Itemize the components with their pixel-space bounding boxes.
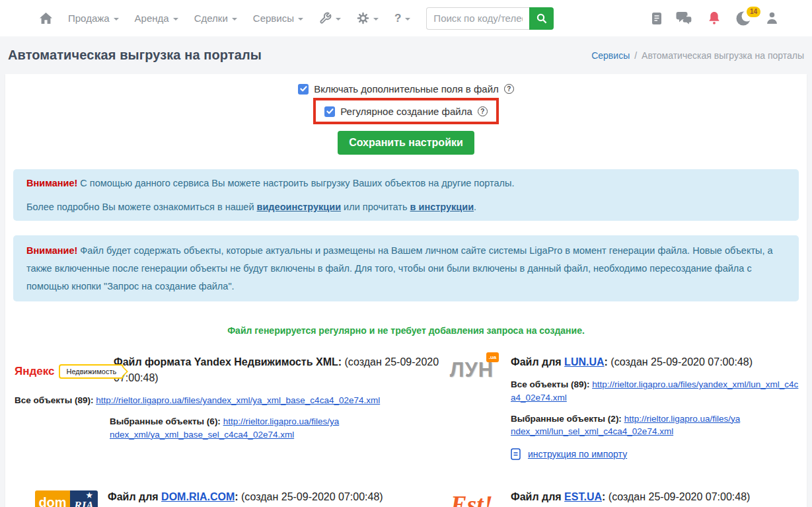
nav-item-label: Продажа — [68, 13, 110, 24]
chevron-down-icon — [232, 18, 237, 20]
portal-block-lun: ЛУН .ua Файл для LUN.UA: (создан 25-09-2… — [443, 354, 803, 459]
attention-label: Внимание! — [26, 178, 77, 188]
portals-grid: Яндекс Недвижимость Файл формата Yandex … — [9, 354, 803, 507]
nav-item-rent[interactable]: Аренда — [135, 13, 178, 24]
regular-creation-checkbox[interactable] — [324, 106, 335, 117]
nav-item-label: Аренда — [135, 13, 169, 24]
manual-instruction-link[interactable]: в инструкции — [410, 202, 474, 212]
search-input[interactable] — [426, 7, 529, 30]
selected-objects-label: Выбранные объекты (6): — [110, 416, 221, 426]
breadcrumb-separator: / — [634, 50, 637, 61]
portal-title-bold: Файл формата Yandex Недвижимость XML: — [114, 356, 342, 368]
warning-alert-text: Файл будет содержать объекты, которые ак… — [26, 245, 773, 292]
journal-button[interactable] — [651, 12, 662, 25]
yandex-logo-word: Яндекс — [15, 365, 54, 378]
profile-button[interactable] — [766, 12, 778, 24]
yandex-logo: Яндекс Недвижимость — [15, 357, 107, 386]
chevron-down-icon — [373, 18, 379, 20]
nav-item-settings[interactable] — [357, 12, 379, 24]
portal-block-est: Est! Файл для EST.UA: (создан 25-09-2020… — [443, 489, 803, 507]
regular-creation-row: Регулярное создание файла ? — [324, 106, 488, 117]
warning-alert: Внимание! Файл будет содержать объекты, … — [13, 235, 799, 301]
est-logo: Est! — [451, 490, 493, 507]
period: . — [474, 202, 476, 212]
portal-created: (создан 25-09-2020 07:00:48) — [241, 491, 383, 502]
nav-item-help[interactable]: ? — [394, 12, 410, 25]
help-icon: ? — [394, 12, 401, 25]
nav-right-icons: 14 — [651, 10, 778, 27]
notification-count-badge: 14 — [747, 7, 760, 17]
nav-item-services[interactable]: Сервисы — [253, 13, 303, 24]
ria-logo-square: RIA — [70, 490, 98, 507]
breadcrumb: Сервисы / Автоматическая выгрузка на пор… — [591, 50, 804, 61]
colon: : — [235, 491, 238, 502]
help-question-icon[interactable]: ? — [478, 106, 488, 116]
domria-logo: dom RIA — [35, 490, 98, 507]
gear-icon — [357, 12, 369, 24]
portal-title: Файл формата Yandex Недвижимость XML: (с… — [114, 354, 443, 386]
info-alert-text: С помощью данного сервиса Вы можете наст… — [80, 178, 514, 188]
breadcrumb-link-services[interactable]: Сервисы — [591, 50, 630, 61]
all-objects-label: Все объекты (89): — [511, 379, 589, 389]
chevron-down-icon — [336, 18, 341, 20]
attention-label: Внимание! — [26, 245, 77, 256]
nav-item-sale[interactable]: Продажа — [68, 13, 119, 24]
portal-title-bold: Файл для — [511, 356, 562, 368]
chevron-down-icon — [405, 18, 410, 20]
nav-item-label: Сделки — [194, 13, 228, 24]
person-icon — [766, 12, 778, 24]
portal-title-bold: Файл для — [511, 491, 562, 502]
all-objects-line: Все объекты (89): http://rieltor.ligapro… — [15, 394, 443, 407]
nav-menu: Продажа Аренда Сделки Сервисы — [40, 12, 410, 25]
highlight-red-frame: Регулярное создание файла ? — [313, 98, 499, 124]
colon: : — [605, 356, 608, 368]
journal-icon — [651, 12, 662, 25]
import-instruction-link[interactable]: инструкция по импорту — [528, 449, 627, 459]
all-objects-line: Все объекты (89): http://rieltor.ligapro… — [511, 378, 803, 404]
extra-fields-checkbox[interactable] — [298, 84, 309, 95]
search-button[interactable] — [529, 7, 554, 30]
info-alert: Внимание! С помощью данного сервиса Вы м… — [13, 169, 799, 221]
nav-item-deals[interactable]: Сделки — [194, 13, 237, 24]
content-card: Включать дополнительные поля в файл ? Ре… — [5, 74, 807, 507]
messages-button[interactable] — [676, 11, 693, 26]
info-alert-text2: Более подробно Вы можете ознакомиться в … — [26, 202, 254, 212]
all-objects-link[interactable]: http://rieltor.ligapro.ua/files/yandex_x… — [96, 395, 380, 405]
portal-title: Файл для LUN.UA: (создан 25-09-2020 07:0… — [511, 354, 803, 370]
portal-title-bold: Файл для — [108, 491, 159, 502]
chevron-down-icon — [173, 18, 178, 20]
portal-site-link[interactable]: EST.UA — [564, 491, 602, 502]
wrench-icon — [319, 12, 332, 24]
extra-fields-label: Включать дополнительные поля в файл — [314, 83, 499, 95]
help-question-icon[interactable]: ? — [504, 84, 514, 94]
nav-item-tools[interactable] — [319, 12, 341, 24]
portal-title: Файл для DOM.RIA.COM: (создан 25-09-2020… — [108, 489, 398, 505]
selected-objects-line: Выбранные объекты (2): http://rieltor.li… — [511, 412, 743, 438]
all-objects-label: Все объекты (89): — [15, 395, 93, 405]
search-bar — [426, 7, 554, 30]
regular-generation-status: Файл генерируется регулярно и не требует… — [9, 325, 803, 336]
tasks-button[interactable]: 14 — [735, 10, 753, 27]
portal-site-link[interactable]: DOM.RIA.COM — [161, 491, 235, 502]
lun-ua-badge: .ua — [486, 352, 499, 362]
portal-block-yandex: Яндекс Недвижимость Файл формата Yandex … — [15, 354, 443, 459]
info-alert-text3: или прочитать — [344, 202, 407, 212]
home-button[interactable] — [40, 13, 52, 24]
chevron-down-icon — [298, 18, 303, 20]
chat-icon — [676, 11, 693, 26]
portal-created: (создан 25-09-2020 07:00:48) — [610, 356, 753, 368]
colon: : — [602, 491, 605, 502]
yandex-realty-tag: Недвижимость — [59, 364, 124, 379]
export-settings: Включать дополнительные поля в файл ? Ре… — [9, 83, 803, 155]
save-settings-button[interactable]: Сохранить настройки — [338, 131, 474, 155]
nav-item-label: Сервисы — [253, 13, 294, 24]
bell-icon — [707, 11, 721, 26]
import-instruction-row: инструкция по импорту — [511, 448, 803, 460]
selected-objects-line: Выбранные объекты (6): http://rieltor.li… — [110, 415, 342, 441]
notifications-button[interactable] — [707, 11, 721, 26]
regular-creation-label: Регулярное создание файла — [340, 106, 472, 117]
video-instruction-link[interactable]: видеоинструкции — [257, 202, 342, 212]
top-navbar: Продажа Аренда Сделки Сервисы — [0, 0, 812, 36]
breadcrumb-current: Автоматическая выгрузка на порталы — [642, 50, 804, 61]
portal-site-link[interactable]: LUN.UA — [564, 356, 604, 368]
